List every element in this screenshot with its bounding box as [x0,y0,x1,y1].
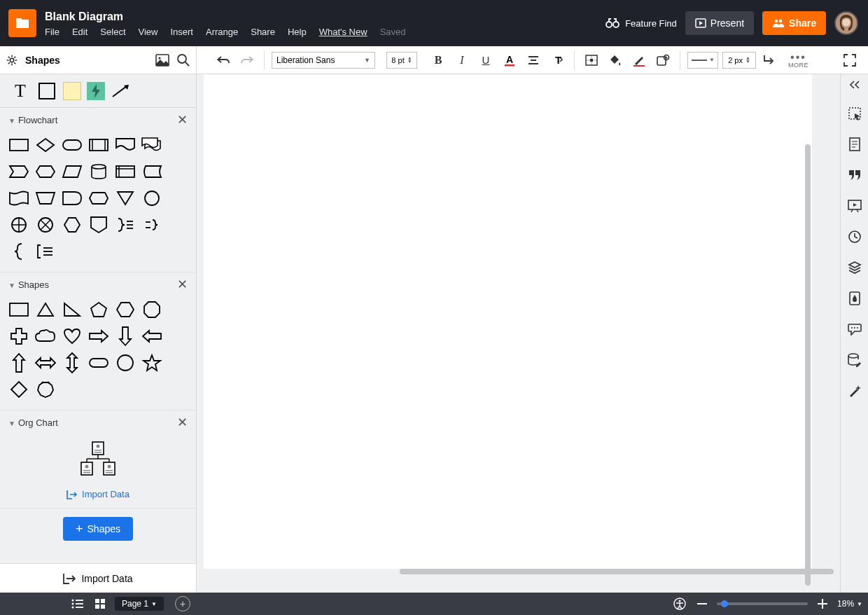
shape-display[interactable] [87,186,111,210]
close-icon[interactable]: ✕ [177,278,188,291]
zoom-percent[interactable]: 18%▼ [837,599,862,609]
italic-button[interactable]: I [452,50,472,70]
vertical-scrollbar[interactable] [805,74,811,567]
container-button[interactable] [582,50,601,70]
shape-preparation[interactable] [34,160,57,184]
menu-arrange[interactable]: Arrange [206,27,238,37]
menu-insert[interactable]: Insert [170,27,193,37]
shapes-header[interactable]: ▼Shapes ✕ [0,272,196,295]
shape-internal-storage[interactable] [113,160,137,184]
shape-predefined[interactable] [87,133,111,157]
shape-pentagon[interactable] [87,298,111,322]
quick-action[interactable] [87,82,105,100]
shape-process[interactable] [7,133,31,157]
flowchart-header[interactable]: ▼Flowchart ✕ [0,108,196,130]
underline-button[interactable]: U [476,50,496,70]
history-icon[interactable] [846,228,863,245]
image-icon[interactable] [155,53,169,67]
shape-multi-document[interactable] [140,133,164,157]
shape-rectangle[interactable] [7,298,31,322]
page-selector[interactable]: Page 1▼ [115,597,164,611]
shape-brace-short[interactable] [140,213,164,237]
menu-help[interactable]: Help [288,27,307,37]
menu-select[interactable]: Select [100,27,125,37]
app-logo[interactable] [8,9,36,37]
orgchart-import-link[interactable]: Import Data [0,489,196,499]
close-icon[interactable]: ✕ [177,416,188,429]
fill-button[interactable] [606,50,625,70]
shape-off-page[interactable] [7,160,31,184]
menu-view[interactable]: View [139,27,158,37]
db-edit-icon[interactable] [846,352,863,368]
shape-cross[interactable] [7,324,31,348]
search-icon[interactable] [176,53,190,67]
menu-whatsnew[interactable]: What's New [319,27,368,37]
zoom-in-button[interactable] [815,596,830,611]
shape-brace-right-list[interactable] [113,213,137,237]
canvas-area[interactable] [197,74,840,593]
shape-bracket-list[interactable] [34,240,57,263]
shape-summing[interactable] [7,213,31,237]
shape-triangle-down[interactable] [113,186,137,210]
shape-terminator[interactable] [60,133,84,157]
shape-arrow-left[interactable] [140,324,164,348]
share-button[interactable]: Share [762,11,826,35]
shape-brace-left[interactable] [7,240,31,263]
shape-diamond[interactable] [7,378,31,401]
shape-right-triangle[interactable] [60,298,84,322]
quick-arrow[interactable] [111,81,132,102]
canvas-page[interactable] [204,74,812,569]
line-style-select[interactable]: ▼ [687,52,718,69]
quick-rectangle[interactable] [36,81,57,102]
accessibility-icon[interactable] [672,596,687,611]
import-data-footer[interactable]: Import Data [0,563,196,593]
menu-file[interactable]: File [45,27,59,37]
quote-icon[interactable] [846,167,863,184]
zoom-slider[interactable] [717,602,808,605]
document-title[interactable]: Blank Diagram [45,11,606,22]
add-shapes-button[interactable]: + Shapes [63,517,133,541]
orgchart-shape[interactable] [78,441,118,478]
shape-pill[interactable] [87,351,111,375]
shape-heart[interactable] [60,324,84,348]
collapse-rail-button[interactable] [841,78,868,91]
shape-delay[interactable] [60,186,84,210]
shape-options-button[interactable] [653,50,673,70]
add-page-button[interactable]: + [175,596,190,611]
text-options-button[interactable]: T [547,50,567,70]
comment-icon[interactable] [846,321,863,338]
shape-arrow-right[interactable] [87,324,111,348]
shape-database[interactable] [87,160,111,184]
present-button[interactable]: Present [685,11,754,35]
orgchart-header[interactable]: ▼Org Chart ✕ [0,410,196,433]
shape-card[interactable] [7,186,31,210]
undo-button[interactable] [214,50,233,70]
shapes-scroll-area[interactable]: ▼Flowchart ✕ [0,108,196,563]
menu-edit[interactable]: Edit [72,27,88,37]
select-bounds-icon[interactable] [846,105,863,122]
font-size-select[interactable]: 8 pt▲▼ [386,52,417,69]
text-color-button[interactable]: A [500,50,519,70]
shape-manual-operation[interactable] [34,186,57,210]
shape-connector[interactable] [140,186,164,210]
shape-data[interactable] [60,160,84,184]
zoom-out-button[interactable] [694,596,710,611]
align-button[interactable] [524,50,543,70]
gear-icon[interactable] [6,54,18,67]
shape-arrow-lr[interactable] [34,351,57,375]
shape-arrow-ud[interactable] [60,351,84,375]
quick-text[interactable]: T [10,81,31,102]
shape-star[interactable] [140,351,164,375]
line-color-button[interactable] [629,50,649,70]
shape-circle[interactable] [113,351,137,375]
wand-icon[interactable] [846,382,863,399]
bold-button[interactable]: B [428,50,448,70]
drop-icon[interactable] [846,290,863,307]
horizontal-scrollbar[interactable] [400,569,806,574]
present-slide-icon[interactable] [846,198,863,214]
menu-share[interactable]: Share [251,27,275,37]
shape-hexagon[interactable] [113,298,137,322]
feature-find-button[interactable]: Feature Find [606,18,677,29]
shape-cloud[interactable] [34,324,57,348]
shape-stored-data[interactable] [140,160,164,184]
